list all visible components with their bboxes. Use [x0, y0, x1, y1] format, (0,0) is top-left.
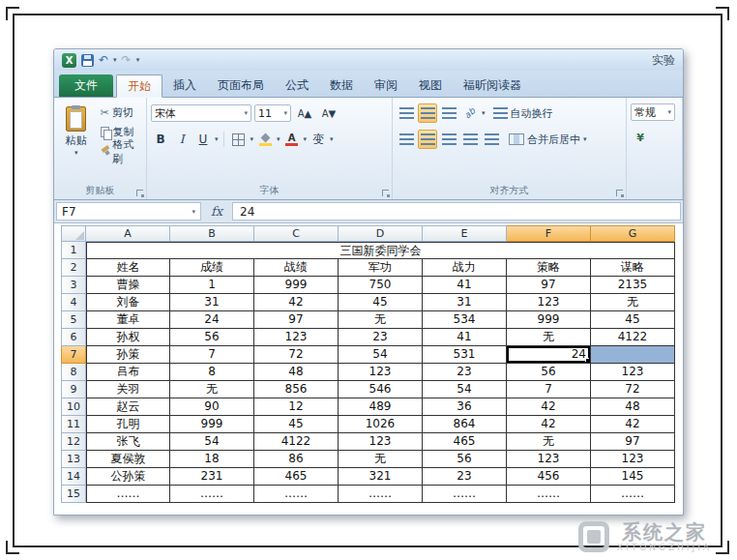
orientation-button[interactable]: ab	[460, 103, 480, 123]
currency-format-button[interactable]: ¥	[631, 128, 650, 147]
cell-D13[interactable]: 无	[339, 451, 423, 468]
cell-C11[interactable]: 45	[254, 416, 339, 433]
align-middle-button[interactable]	[418, 103, 437, 123]
cell-G10[interactable]: 48	[591, 398, 675, 416]
row-header-11[interactable]: 11	[61, 416, 86, 433]
cell-D7[interactable]: 54	[339, 346, 423, 364]
merge-center-button[interactable]: 合并后居中 ▾	[509, 133, 587, 147]
cell-F9[interactable]: 7	[507, 381, 591, 398]
wrap-text-button[interactable]: 自动换行	[493, 106, 553, 121]
cell-B15[interactable]: ……	[170, 486, 254, 503]
cell-B5[interactable]: 24	[170, 311, 254, 329]
cell-D9[interactable]: 546	[339, 381, 423, 398]
cell-B7[interactable]: 7	[170, 346, 254, 364]
cell-E8[interactable]: 23	[423, 364, 507, 381]
underline-button[interactable]: U	[193, 130, 213, 149]
cell-G2[interactable]: 谋略	[591, 259, 675, 277]
orientation-dropdown-icon[interactable]: ▾	[482, 110, 486, 117]
cell-E7[interactable]: 531	[423, 346, 507, 364]
cell-G11[interactable]: 42	[591, 416, 675, 433]
cut-button[interactable]: ✂ 剪切	[99, 104, 142, 121]
cell-A12[interactable]: 张飞	[86, 433, 170, 451]
merged-title-cell[interactable]: 三国新委同学会	[86, 242, 675, 259]
cell-C5[interactable]: 97	[254, 311, 339, 329]
font-dialog-launcher-icon[interactable]	[382, 190, 389, 196]
cell-A6[interactable]: 孙权	[86, 329, 170, 346]
tab-页面布局[interactable]: 页面布局	[207, 74, 275, 97]
row-header-14[interactable]: 14	[61, 468, 86, 486]
tab-公式[interactable]: 公式	[275, 74, 319, 97]
cell-F8[interactable]: 56	[507, 364, 591, 381]
cell-C15[interactable]: ……	[254, 486, 339, 503]
font-size-combobox[interactable]: 11 ▾	[254, 104, 291, 122]
cell-D14[interactable]: 321	[339, 468, 423, 486]
phonetic-dropdown-icon[interactable]: ▾	[330, 136, 334, 143]
cell-F13[interactable]: 123	[507, 451, 591, 468]
cell-B13[interactable]: 18	[170, 451, 254, 468]
cell-G5[interactable]: 45	[591, 311, 675, 329]
row-header-2[interactable]: 2	[61, 259, 86, 277]
row-header-8[interactable]: 8	[61, 364, 86, 381]
column-header-D[interactable]: D	[339, 225, 423, 242]
column-header-G[interactable]: G	[591, 225, 675, 242]
font-color-button[interactable]: A	[282, 130, 302, 149]
cell-D5[interactable]: 无	[339, 311, 423, 329]
borders-dropdown-icon[interactable]: ▾	[251, 136, 254, 143]
cell-C10[interactable]: 12	[254, 398, 339, 416]
cell-E2[interactable]: 战力	[423, 259, 507, 277]
cell-C3[interactable]: 999	[254, 277, 339, 294]
cell-A3[interactable]: 曹操	[86, 277, 170, 294]
row-header-5[interactable]: 5	[61, 311, 86, 329]
font-name-combobox[interactable]: 宋体 ▾	[151, 104, 251, 122]
cell-F3[interactable]: 97	[507, 277, 591, 294]
cell-B12[interactable]: 54	[170, 433, 254, 451]
cell-G6[interactable]: 4122	[591, 329, 675, 346]
cell-G15[interactable]: ……	[591, 486, 675, 503]
row-header-3[interactable]: 3	[61, 277, 86, 294]
cell-A14[interactable]: 公孙策	[86, 468, 170, 486]
cell-G8[interactable]: 123	[591, 364, 675, 381]
column-header-E[interactable]: E	[423, 225, 507, 242]
borders-button[interactable]	[229, 130, 249, 149]
cell-F4[interactable]: 123	[507, 294, 591, 311]
number-format-combobox[interactable]: 常规 ▾	[631, 103, 675, 121]
cell-C6[interactable]: 123	[254, 329, 339, 346]
cell-G14[interactable]: 145	[591, 468, 675, 486]
cell-B6[interactable]: 56	[170, 329, 254, 346]
row-header-12[interactable]: 12	[61, 433, 86, 451]
cell-B14[interactable]: 231	[170, 468, 254, 486]
row-header-13[interactable]: 13	[61, 451, 86, 468]
align-center-button[interactable]	[418, 130, 437, 149]
cell-F7[interactable]: 24	[507, 346, 591, 364]
cell-F2[interactable]: 策略	[507, 259, 591, 277]
align-top-button[interactable]	[397, 103, 416, 123]
cell-C13[interactable]: 86	[254, 451, 339, 468]
cell-B10[interactable]: 90	[170, 398, 254, 416]
row-header-6[interactable]: 6	[61, 329, 86, 346]
cell-E3[interactable]: 41	[423, 277, 507, 294]
row-header-10[interactable]: 10	[61, 398, 86, 416]
underline-dropdown-icon[interactable]: ▾	[215, 136, 219, 143]
cell-E10[interactable]: 36	[423, 398, 507, 416]
column-header-A[interactable]: A	[86, 225, 170, 242]
cell-F10[interactable]: 42	[507, 398, 591, 416]
cell-A11[interactable]: 孔明	[86, 416, 170, 433]
fill-color-dropdown-icon[interactable]: ▾	[277, 136, 280, 143]
clipboard-dialog-launcher-icon[interactable]	[136, 190, 143, 196]
cell-E9[interactable]: 54	[423, 381, 507, 398]
cell-E12[interactable]: 465	[423, 433, 507, 451]
name-box-dropdown-icon[interactable]: ▾	[192, 208, 195, 216]
cell-D4[interactable]: 45	[339, 294, 423, 311]
cell-C9[interactable]: 856	[254, 381, 339, 398]
row-header-7[interactable]: 7	[61, 346, 86, 364]
cell-B11[interactable]: 999	[170, 416, 254, 433]
row-header-1[interactable]: 1	[61, 242, 86, 259]
cell-E11[interactable]: 864	[423, 416, 507, 433]
cell-C12[interactable]: 4122	[254, 433, 339, 451]
cell-A4[interactable]: 刘备	[86, 294, 170, 311]
column-header-B[interactable]: B	[170, 225, 254, 242]
cell-C14[interactable]: 465	[254, 468, 339, 486]
cell-B8[interactable]: 8	[170, 364, 254, 381]
save-icon[interactable]	[81, 54, 94, 67]
format-painter-button[interactable]: 格式刷	[99, 143, 142, 160]
